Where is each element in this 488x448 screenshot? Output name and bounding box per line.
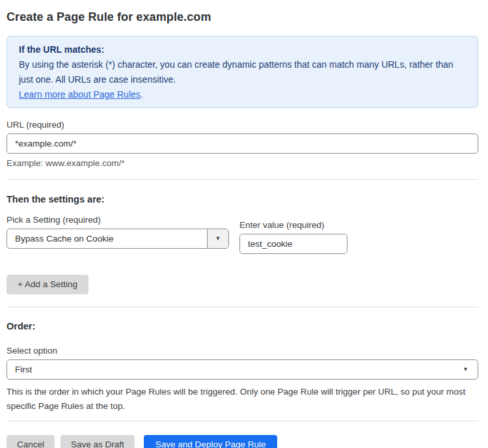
setting-value-input[interactable] <box>239 234 347 254</box>
pick-setting-label: Pick a Setting (required) <box>7 214 229 225</box>
pick-setting-column: Pick a Setting (required) Bypass Cache o… <box>7 214 229 249</box>
save-as-draft-button[interactable]: Save as Draft <box>61 435 135 448</box>
order-selected-value: First <box>7 360 463 379</box>
settings-row: Pick a Setting (required) Bypass Cache o… <box>7 214 478 254</box>
order-section-heading: Order: <box>7 320 478 332</box>
cancel-button[interactable]: Cancel <box>7 435 55 448</box>
footer-button-row: Cancel Save as Draft Save and Deploy Pag… <box>7 435 478 448</box>
divider <box>7 307 478 307</box>
pick-setting-selected-value: Bypass Cache on Cookie <box>7 229 207 248</box>
chevron-down-icon: ▼ <box>463 367 468 372</box>
info-box-body: By using the asterisk (*) character, you… <box>19 57 466 87</box>
info-box-link-line: Learn more about Page Rules. <box>19 87 466 102</box>
link-suffix: . <box>141 89 143 100</box>
enter-value-label: Enter value (required) <box>239 219 347 231</box>
order-select-arrow: ▼ <box>463 360 478 379</box>
add-setting-button[interactable]: + Add a Setting <box>7 275 88 294</box>
page-title: Create a Page Rule for example.com <box>7 9 478 25</box>
divider <box>7 421 478 421</box>
url-example-hint: Example: www.example.com/* <box>7 158 478 169</box>
url-input[interactable] <box>7 133 478 154</box>
url-matches-info-box: If the URL matches: By using the asteris… <box>7 36 478 108</box>
create-page-rule-form: Create a Page Rule for example.com If th… <box>0 0 488 448</box>
order-select-label: Select option <box>7 345 478 356</box>
settings-section-heading: Then the settings are: <box>7 193 478 205</box>
info-box-heading: If the URL matches: <box>19 42 466 57</box>
divider <box>7 179 478 180</box>
save-and-deploy-button[interactable]: Save and Deploy Page Rule <box>144 435 278 448</box>
url-field-label: URL (required) <box>7 119 478 130</box>
enter-value-column: Enter value (required) <box>239 214 347 254</box>
pick-setting-arrow-segment[interactable]: ▼ <box>207 229 228 248</box>
order-help-text: This is the order in which your Page Rul… <box>7 385 475 413</box>
learn-more-link[interactable]: Learn more about Page Rules <box>19 89 141 100</box>
chevron-down-icon: ▼ <box>215 236 221 242</box>
order-select[interactable]: First ▼ <box>7 359 478 380</box>
pick-setting-select[interactable]: Bypass Cache on Cookie ▼ <box>7 229 229 249</box>
